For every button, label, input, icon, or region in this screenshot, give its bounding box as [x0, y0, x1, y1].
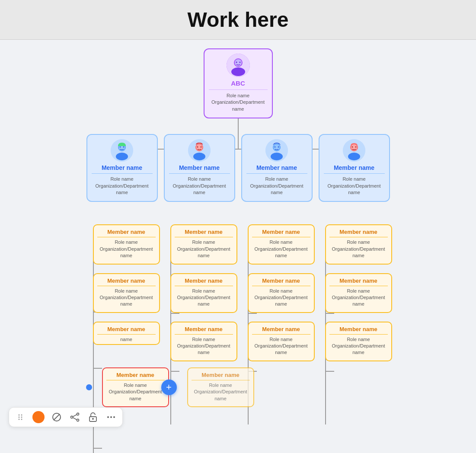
svg-point-41 — [123, 147, 125, 148]
l3-org-1-0: Organization/Department name — [175, 246, 233, 259]
chart-section: ABC Role name Organization/Department na… — [9, 48, 467, 420]
level2-role-2: Role name — [246, 176, 307, 182]
drag-handle-icon[interactable] — [14, 411, 26, 423]
l3-org-0-0: Organization/Department name — [97, 246, 156, 259]
l3-role-1-0: Role name — [175, 239, 233, 246]
level2-role-0: Role name — [92, 176, 153, 182]
share-icon[interactable] — [69, 411, 81, 423]
root-name: ABC — [209, 80, 268, 87]
l3-org-3-0: Organization/Department name — [329, 246, 388, 259]
level2-org-3: Organization/Department name — [324, 183, 385, 196]
svg-point-69 — [77, 413, 79, 415]
svg-point-59 — [355, 147, 357, 148]
svg-point-61 — [21, 415, 22, 416]
svg-line-71 — [73, 415, 77, 417]
l3-role-2-2: Role name — [252, 336, 310, 343]
svg-point-52 — [275, 147, 276, 148]
color-icon[interactable] — [32, 411, 45, 423]
level3-node-3-0[interactable]: Member name Role name Organization/Depar… — [325, 224, 392, 264]
left-blue-dot — [86, 384, 92, 390]
more-icon[interactable] — [105, 411, 117, 423]
add-icon: + — [166, 382, 172, 393]
l3-role-2-1: Role name — [252, 288, 310, 294]
l3-name-3-1: Member name — [329, 278, 388, 284]
svg-point-76 — [110, 416, 112, 418]
l3-name-1-2: Member name — [175, 326, 233, 332]
level2-row: Member name Role name Organization/Depar… — [9, 118, 467, 202]
svg-point-47 — [201, 147, 202, 148]
l3-role-2-0: Role name — [252, 239, 310, 246]
level3-node-0-1[interactable]: Member name Role name Organization/Depar… — [93, 273, 160, 313]
root-divider — [209, 89, 268, 90]
level3-node-1-0[interactable]: Member name Role name Organization/Depar… — [170, 224, 237, 264]
root-node[interactable]: ABC Role name Organization/Department na… — [204, 48, 273, 118]
level3-node-1-1[interactable]: Member name Role name Organization/Depar… — [170, 273, 237, 313]
no-entry-icon[interactable] — [51, 411, 63, 423]
l3-role-0-2: name — [97, 336, 156, 343]
svg-point-44 — [193, 153, 205, 160]
bottom-row: Member name Role name Organization/Depar… — [9, 367, 467, 407]
level2-avatar-3 — [343, 139, 365, 162]
level3-node-3-2[interactable]: Member name Role name Organization/Depar… — [325, 322, 392, 361]
level2-node-1[interactable]: Member name Role name Organization/Depar… — [164, 134, 235, 202]
add-button[interactable]: + — [161, 380, 177, 395]
svg-point-4 — [236, 62, 237, 63]
root-avatar — [227, 54, 250, 77]
level3-node-0-2[interactable]: Member name name — [93, 322, 160, 345]
level3-node-2-0[interactable]: Member name Role name Organization/Depar… — [248, 224, 315, 264]
l3-name-3-2: Member name — [329, 326, 388, 332]
l3-name-3-0: Member name — [329, 229, 388, 235]
bottom-role-1: Role name — [192, 382, 250, 389]
level3-col-3: Member name Role name Organization/Depar… — [319, 224, 390, 361]
bottom-name-1: Member name — [192, 372, 250, 378]
level2-node-2[interactable]: Member name Role name Organization/Depar… — [241, 134, 313, 202]
svg-line-72 — [73, 418, 77, 420]
svg-point-40 — [120, 147, 121, 148]
l3-org-1-2: Organization/Department name — [175, 343, 233, 356]
level3-node-1-2[interactable]: Member name Role name Organization/Depar… — [170, 322, 237, 361]
bottom-highlighted-node[interactable]: Member name Role name Organization/Depar… — [102, 367, 169, 407]
l3-name-0-2: Member name — [97, 326, 156, 332]
level2-node-0[interactable]: Member name Role name Organization/Depar… — [86, 134, 158, 202]
root-org: Organization/Department name — [209, 99, 268, 112]
l3-name-0-0: Member name — [97, 229, 156, 235]
svg-point-74 — [92, 418, 94, 420]
level3-col-2: Member name Role name Organization/Depar… — [241, 224, 313, 361]
svg-point-77 — [113, 416, 115, 418]
level2-name-3: Member name — [324, 164, 385, 171]
level2-divider-2 — [246, 173, 307, 174]
level3-node-2-2[interactable]: Member name Role name Organization/Depar… — [248, 322, 315, 361]
l3-role-3-0: Role name — [329, 239, 388, 246]
header: Work here — [0, 0, 476, 40]
l3-role-3-1: Role name — [329, 288, 388, 294]
bottom-org-1: Organization/Department name — [192, 389, 250, 402]
svg-line-67 — [54, 414, 60, 420]
level3-node-2-1[interactable]: Member name Role name Organization/Depar… — [248, 273, 315, 313]
svg-point-62 — [19, 417, 20, 418]
level2-node-3[interactable]: Member name Role name Organization/Depar… — [319, 134, 390, 202]
svg-point-63 — [21, 417, 22, 418]
bottom-ghost-node[interactable]: Member name Role name Organization/Depar… — [187, 367, 254, 407]
level3-node-0-0[interactable]: Member name Role name Organization/Depar… — [93, 224, 160, 264]
svg-point-50 — [271, 153, 283, 160]
l3-name-1-1: Member name — [175, 278, 233, 284]
level3-col-0: Member name Role name Organization/Depar… — [86, 224, 158, 345]
level2-role-1: Role name — [169, 176, 230, 182]
level3-node-3-1[interactable]: Member name Role name Organization/Depar… — [325, 273, 392, 313]
level2-avatar-2 — [265, 139, 288, 162]
svg-point-68 — [71, 416, 73, 418]
l3-org-1-1: Organization/Department name — [175, 294, 233, 308]
level2-name-2: Member name — [246, 164, 307, 171]
org-chart-container: ABC Role name Organization/Department na… — [0, 40, 476, 446]
level2-divider-1 — [169, 173, 230, 174]
l3-org-2-0: Organization/Department name — [252, 246, 310, 259]
l3-role-1-1: Role name — [175, 288, 233, 294]
l3-name-1-0: Member name — [175, 229, 233, 235]
unlock-icon[interactable] — [87, 411, 99, 423]
l3-org-3-1: Organization/Department name — [329, 294, 388, 308]
l3-org-2-2: Organization/Department name — [252, 343, 310, 356]
level2-role-3: Role name — [324, 176, 385, 182]
level2-name-0: Member name — [92, 164, 153, 171]
svg-point-64 — [19, 419, 20, 420]
svg-point-65 — [21, 419, 22, 420]
